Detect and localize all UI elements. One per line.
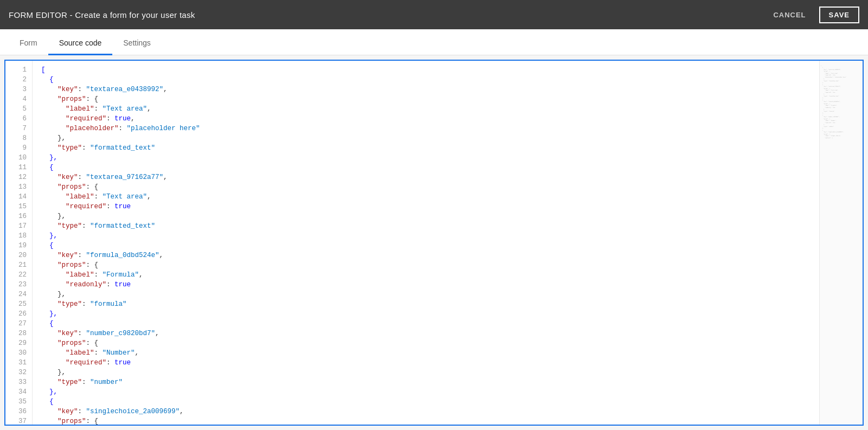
header: FORM EDITOR - Create a form for your use… xyxy=(0,0,868,29)
tab-form[interactable]: Form xyxy=(9,32,48,55)
cancel-button[interactable]: CANCEL xyxy=(764,7,814,23)
tab-source-code[interactable]: Source code xyxy=(48,32,113,55)
code-editor: 12345 678910 1112131415 1617181920 21222… xyxy=(4,60,864,426)
line-numbers: 12345 678910 1112131415 1617181920 21222… xyxy=(5,61,33,425)
save-button[interactable]: SAVE xyxy=(819,7,859,23)
code-editor-content[interactable]: [ { "key": "textarea_e0438992", "props":… xyxy=(33,61,819,425)
minimap-content: [ { "key": "textarea_e0438992", "props":… xyxy=(820,61,863,143)
page-title: FORM EDITOR - Create a form for your use… xyxy=(9,10,195,20)
tab-settings[interactable]: Settings xyxy=(112,32,162,55)
minimap: [ { "key": "textarea_e0438992", "props":… xyxy=(819,61,863,425)
header-actions: CANCEL SAVE xyxy=(764,7,859,23)
tab-bar: Form Source code Settings xyxy=(0,29,868,55)
